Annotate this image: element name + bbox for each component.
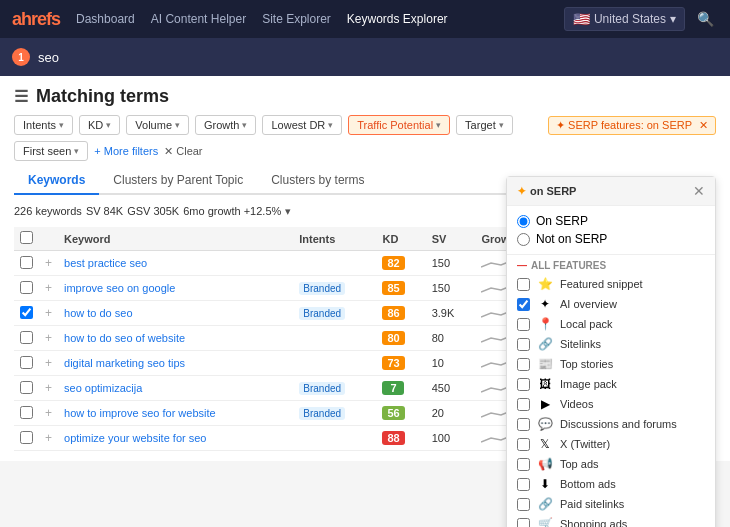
nav-dashboard[interactable]: Dashboard [76,12,135,26]
serp-close-btn[interactable]: ✕ [699,119,708,132]
row-checkbox[interactable] [20,406,33,419]
serp-item-ai-overview[interactable]: ✦ AI overview [507,294,715,314]
tab-clusters-terms[interactable]: Clusters by terms [257,167,378,195]
row-plus-cell: + [39,301,58,326]
serp-item-local-pack[interactable]: 📍 Local pack [507,314,715,334]
add-keyword-button[interactable]: + [45,306,52,320]
serp-item-paid-sitelinks[interactable]: 🔗 Paid sitelinks [507,494,715,514]
header-checkbox [14,227,39,251]
row-plus-cell: + [39,426,58,451]
filter-lowest-dr[interactable]: Lowest DR ▾ [262,115,342,135]
serp-item-icon: ▶ [537,397,553,411]
row-checkbox[interactable] [20,381,33,394]
add-keyword-button[interactable]: + [45,381,52,395]
serp-item-shopping-ads[interactable]: 🛒 Shopping ads [507,514,715,527]
serp-item-icon: 𝕏 [537,437,553,451]
serp-radio-on-label: On SERP [536,214,588,228]
serp-item-checkbox[interactable] [517,518,530,528]
serp-radio-not-input[interactable] [517,233,530,246]
add-keyword-button[interactable]: + [45,331,52,345]
serp-item-checkbox[interactable] [517,338,530,351]
nav-keywords-explorer[interactable]: Keywords Explorer [347,12,448,26]
nav-ai-content[interactable]: AI Content Helper [151,12,246,26]
row-keyword: digital marketing seo tips [58,351,293,376]
tab-clusters-parent[interactable]: Clusters by Parent Topic [99,167,257,195]
row-checkbox[interactable] [20,281,33,294]
header-sv[interactable]: SV [426,227,476,251]
serp-item-image-pack[interactable]: 🖼 Image pack [507,374,715,394]
keyword-link[interactable]: digital marketing seo tips [64,357,185,369]
serp-item-checkbox[interactable] [517,398,530,411]
serp-features-button[interactable]: ✦ SERP features: on SERP ✕ [548,116,716,135]
search-bar: 1 seo [0,38,730,76]
filter-first-seen[interactable]: First seen ▾ [14,141,88,161]
filter-traffic-potential[interactable]: Traffic Potential ▾ [348,115,450,135]
keyword-link[interactable]: best practice seo [64,257,147,269]
search-icon[interactable]: 🔍 [693,7,718,31]
row-keyword: how to do seo [58,301,293,326]
serp-item-checkbox[interactable] [517,358,530,371]
header-intents: Intents [293,227,376,251]
serp-item-label: Bottom ads [560,478,616,490]
keyword-link[interactable]: how to improve seo for website [64,407,216,419]
serp-item-icon: ⭐ [537,277,553,291]
serp-item-top-ads[interactable]: 📢 Top ads [507,454,715,474]
serp-item-bottom-ads[interactable]: ⬇ Bottom ads [507,474,715,494]
keyword-link[interactable]: improve seo on google [64,282,175,294]
serp-item-checkbox[interactable] [517,378,530,391]
add-keyword-button[interactable]: + [45,431,52,445]
serp-item-checkbox[interactable] [517,298,530,311]
row-checkbox[interactable] [20,431,33,444]
serp-item-label: Top ads [560,458,599,470]
serp-item-checkbox[interactable] [517,498,530,511]
add-keyword-button[interactable]: + [45,281,52,295]
serp-item-checkbox[interactable] [517,318,530,331]
row-plus-cell: + [39,401,58,426]
row-checkbox[interactable] [20,306,33,319]
serp-item-sitelinks[interactable]: 🔗 Sitelinks [507,334,715,354]
serp-item-discussions-and-forums[interactable]: 💬 Discussions and forums [507,414,715,434]
keyword-link[interactable]: optimize your website for seo [64,432,206,444]
tab-keywords[interactable]: Keywords [14,167,99,195]
hamburger-icon[interactable]: ☰ [14,87,28,106]
select-all-checkbox[interactable] [20,231,33,244]
serp-item-checkbox[interactable] [517,278,530,291]
serp-item-top-stories[interactable]: 📰 Top stories [507,354,715,374]
serp-radio-not-label: Not on SERP [536,232,607,246]
clear-filters-button[interactable]: ✕ Clear [164,145,202,158]
serp-item-featured-snippet[interactable]: ⭐ Featured snippet [507,274,715,294]
row-checkbox[interactable] [20,356,33,369]
keyword-link[interactable]: seo optimizacija [64,382,142,394]
row-intents [293,251,376,276]
header-kd[interactable]: KD [376,227,425,251]
row-checkbox[interactable] [20,331,33,344]
keyword-link[interactable]: how to do seo of website [64,332,185,344]
row-keyword: how to do seo of website [58,326,293,351]
serp-item-checkbox[interactable] [517,478,530,491]
serp-item-label: Top stories [560,358,613,370]
serp-item-checkbox[interactable] [517,418,530,431]
serp-radio-on[interactable]: On SERP [517,212,705,230]
filter-intents[interactable]: Intents ▾ [14,115,73,135]
add-keyword-button[interactable]: + [45,406,52,420]
row-checkbox[interactable] [20,256,33,269]
nav-site-explorer[interactable]: Site Explorer [262,12,331,26]
serp-radio-not[interactable]: Not on SERP [517,230,705,248]
serp-radio-on-input[interactable] [517,215,530,228]
filter-growth[interactable]: Growth ▾ [195,115,256,135]
kd-value: 88 [382,431,404,445]
keyword-link[interactable]: how to do seo [64,307,133,319]
serp-item-x-(twitter)[interactable]: 𝕏 X (Twitter) [507,434,715,454]
filter-kd[interactable]: KD ▾ [79,115,120,135]
serp-dropdown-close[interactable]: ✕ [693,183,705,199]
add-keyword-button[interactable]: + [45,356,52,370]
more-filters-button[interactable]: + More filters [94,145,158,157]
filter-volume[interactable]: Volume ▾ [126,115,189,135]
add-keyword-button[interactable]: + [45,256,52,270]
serp-item-checkbox[interactable] [517,458,530,471]
serp-item-checkbox[interactable] [517,438,530,451]
dropdown-icon[interactable]: ▾ [285,205,291,218]
serp-item-videos[interactable]: ▶ Videos [507,394,715,414]
filter-target[interactable]: Target ▾ [456,115,513,135]
country-selector[interactable]: 🇺🇸 United States ▾ [564,7,685,31]
